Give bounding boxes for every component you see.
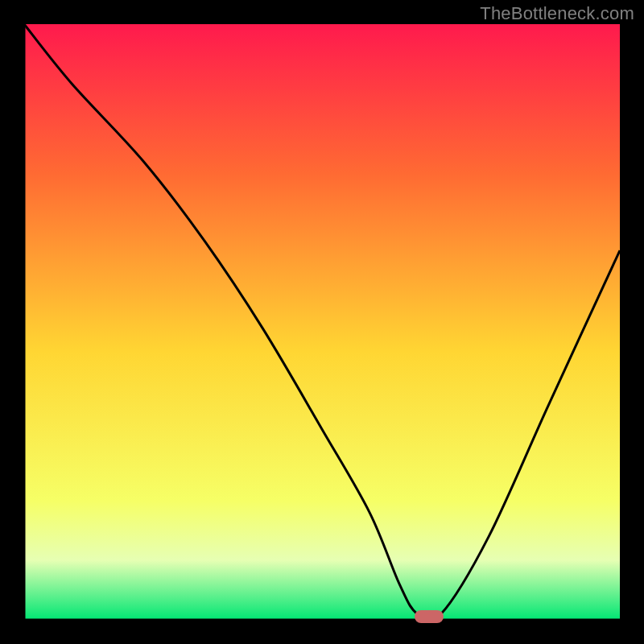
plot-background: [24, 24, 620, 620]
optimal-marker: [415, 610, 444, 623]
watermark-text: TheBottleneck.com: [480, 3, 634, 24]
bottleneck-chart: [0, 0, 644, 644]
chart-container: TheBottleneck.com: [0, 0, 644, 644]
